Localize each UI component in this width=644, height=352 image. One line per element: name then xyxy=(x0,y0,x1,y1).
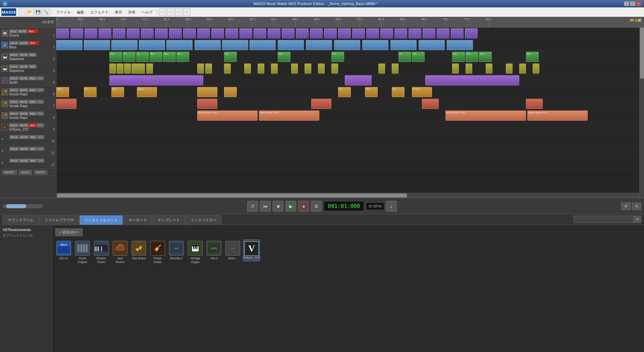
clip[interactable]: Ra... xyxy=(150,52,162,62)
tool2-button[interactable]: ▾ xyxy=(183,8,191,16)
instrument-power-guitar[interactable]: 🎸 Power Guitar xyxy=(149,239,166,265)
clip[interactable] xyxy=(117,63,123,74)
hscroll-thumb[interactable] xyxy=(57,193,407,197)
minimize-button[interactable]: − xyxy=(624,1,629,6)
clip[interactable] xyxy=(258,63,264,74)
menu-view[interactable]: 表示 xyxy=(112,8,125,16)
clip[interactable]: Ra... xyxy=(331,52,344,62)
track-solo-3[interactable]: SOLO xyxy=(9,53,18,57)
open-button[interactable]: 📂 xyxy=(26,8,34,16)
clip[interactable]: Rider Rap Chor... xyxy=(527,111,588,121)
clip[interactable] xyxy=(224,87,237,97)
track-mute-8[interactable]: MUTE xyxy=(19,112,29,116)
clip[interactable] xyxy=(324,28,337,38)
clip[interactable] xyxy=(366,28,379,38)
clip[interactable]: Ra... xyxy=(278,52,290,62)
track-add-11[interactable]: + xyxy=(1,149,9,153)
track-rec-6[interactable]: REC xyxy=(29,88,37,92)
scroll-track[interactable] xyxy=(3,204,43,208)
track-mute-9[interactable]: MUTE xyxy=(19,123,29,127)
clip[interactable] xyxy=(378,63,385,74)
clip[interactable] xyxy=(282,28,294,38)
track-add-12[interactable]: + xyxy=(1,161,9,165)
track-mute-7[interactable]: MUTE xyxy=(19,100,29,104)
clip[interactable] xyxy=(338,28,351,38)
track-rec-4[interactable]: REC xyxy=(29,64,37,69)
clip[interactable] xyxy=(268,28,280,38)
tab-soundpool[interactable]: サウンドプール xyxy=(3,215,39,225)
instrument-jazz-drums[interactable]: Jazz Drums xyxy=(112,239,128,265)
save-button[interactable]: 💾 xyxy=(34,8,42,16)
clip[interactable]: Ra... xyxy=(412,52,425,62)
clip[interactable] xyxy=(526,99,543,109)
clip[interactable]: Ra... xyxy=(479,52,492,62)
clip[interactable]: R... xyxy=(136,52,149,62)
clip[interactable] xyxy=(197,63,204,74)
close-button[interactable]: × xyxy=(636,1,641,6)
track-fx-12[interactable]: FX+ xyxy=(37,159,44,163)
clip[interactable] xyxy=(437,28,449,38)
track-solo-2[interactable]: SOLO xyxy=(9,41,18,45)
menu-file[interactable]: ファイル xyxy=(53,8,73,16)
track-rec-12[interactable]: REC xyxy=(29,159,37,163)
track-solo-6[interactable]: SOLO xyxy=(9,88,18,92)
vscroll-thumb[interactable] xyxy=(640,28,644,79)
clip[interactable] xyxy=(139,40,165,50)
track-mute-2[interactable]: MUTE xyxy=(19,41,29,45)
clip[interactable] xyxy=(506,63,513,74)
rewind-button[interactable]: ⏮ xyxy=(260,201,271,212)
clip[interactable] xyxy=(197,99,217,109)
clip[interactable] xyxy=(99,28,111,38)
clip[interactable] xyxy=(141,28,154,38)
track-fx-5[interactable]: FX+ xyxy=(37,76,44,80)
track-solo-11[interactable]: SOLO xyxy=(9,147,19,151)
track-fx-10[interactable]: FX+ xyxy=(37,135,44,139)
clip[interactable] xyxy=(239,28,252,38)
clip[interactable] xyxy=(169,28,182,38)
undo-button[interactable]: ↩ xyxy=(159,8,166,16)
menu-share[interactable]: 共有 xyxy=(125,8,138,16)
search-menu-button[interactable]: 🔍 xyxy=(42,8,50,16)
horizontal-scrollbar[interactable] xyxy=(56,193,639,197)
clip[interactable] xyxy=(423,28,435,38)
clip[interactable] xyxy=(318,63,325,74)
track-rec-10[interactable]: REC xyxy=(29,135,37,139)
clip[interactable]: Rid... xyxy=(56,87,69,97)
track-mute-12[interactable]: MUTE xyxy=(19,159,29,163)
clip[interactable] xyxy=(392,63,398,74)
clip[interactable] xyxy=(311,99,331,109)
track-solo-10[interactable]: SOLO xyxy=(9,135,19,139)
track-mute-1[interactable]: MUTE xyxy=(18,29,28,33)
clip[interactable] xyxy=(345,75,372,85)
instrument-vstsync[interactable]: V V3Sync_VST xyxy=(243,239,260,261)
clip[interactable] xyxy=(519,63,526,74)
track-fx-8[interactable]: FX+ xyxy=(37,112,44,116)
clip[interactable] xyxy=(271,63,278,74)
clip[interactable]: Ra... xyxy=(526,52,539,62)
clip[interactable] xyxy=(533,63,539,74)
instrument-more[interactable]: ··· More... xyxy=(224,239,241,262)
clip[interactable] xyxy=(296,28,309,38)
clip[interactable]: Rid xyxy=(111,87,124,97)
clip[interactable]: Rider Rap Chor... xyxy=(197,111,258,121)
search-input[interactable] xyxy=(574,216,634,223)
track-solo-7[interactable]: SOLO xyxy=(9,100,18,104)
grid-view-button2[interactable]: ⊟ xyxy=(632,203,641,210)
clip[interactable] xyxy=(155,28,168,38)
instrument-pop-brass[interactable]: 🎺 Pop Brass xyxy=(130,239,147,262)
track-rec-8[interactable]: REC xyxy=(29,112,37,116)
clip[interactable] xyxy=(195,40,221,50)
instrument-electric-piano[interactable]: Electric Piano xyxy=(93,239,110,265)
instrument-revolta2[interactable]: R2 Revolta 2 xyxy=(168,239,185,262)
clip[interactable]: Ri... xyxy=(84,87,97,97)
clip[interactable]: Ra... xyxy=(466,52,478,62)
menu-help[interactable]: ヘルプ xyxy=(139,8,155,16)
loop-button[interactable]: ↺ xyxy=(247,201,258,212)
clip[interactable] xyxy=(254,28,266,38)
clip[interactable] xyxy=(224,63,231,74)
clip[interactable] xyxy=(310,28,323,38)
clip[interactable] xyxy=(425,75,519,85)
track-rec-2[interactable]: REC xyxy=(29,41,37,45)
clip[interactable]: R... xyxy=(123,52,136,62)
clip[interactable]: Rider Rap Chor... xyxy=(445,111,526,121)
